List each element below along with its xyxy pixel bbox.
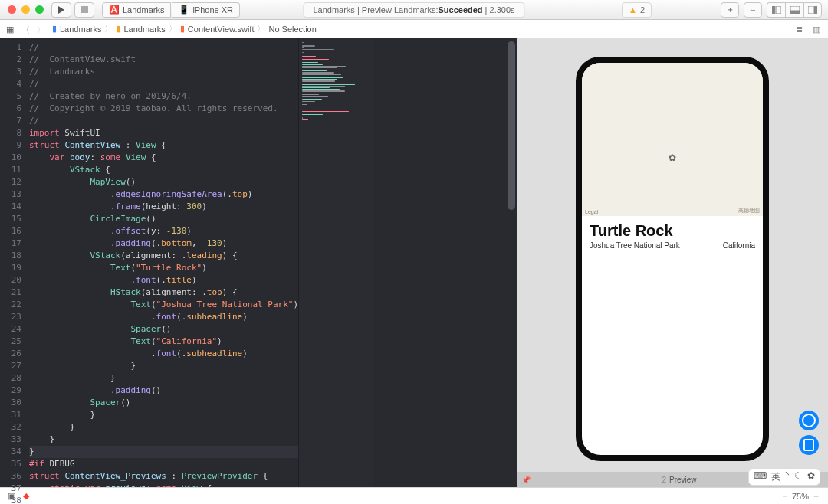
svg-rect-5: [790, 11, 800, 14]
device-icon: 📱: [179, 5, 189, 15]
close-window-icon[interactable]: [8, 5, 16, 14]
scheme-selector[interactable]: 🅰️ Landmarks 📱 iPhone XR: [102, 2, 240, 18]
status-prefix: Landmarks | Preview Landmarks:: [313, 5, 438, 15]
line-gutter: 1234567891011121314151617181920212223242…: [0, 38, 26, 487]
crumb-folder[interactable]: Landmarks: [123, 25, 165, 34]
toolbar: 🅰️ Landmarks 📱 iPhone XR Landmarks | Pre…: [0, 0, 828, 20]
crumb-project[interactable]: Landmarks: [60, 25, 101, 34]
zoom-in-button[interactable]: ＋: [812, 490, 820, 502]
panel-toggle-segment: [767, 2, 822, 18]
map-pin-icon: ✿: [669, 152, 676, 163]
project-icon: ▮: [52, 24, 57, 34]
toggle-inspectors-button[interactable]: [803, 2, 822, 18]
zoom-controls: － 75% ＋: [780, 490, 820, 502]
toggle-debug-area-button[interactable]: [785, 2, 803, 18]
related-items-icon[interactable]: ▦: [6, 25, 15, 34]
crumb-file[interactable]: ContentView.swift: [188, 25, 255, 34]
minimize-window-icon[interactable]: [21, 5, 30, 14]
pin-icon[interactable]: 📌: [521, 476, 531, 484]
bottom-bar: ▣ ◆ － 75% ＋: [0, 487, 828, 504]
preview-content: Turtle Rock Joshua Tree National Park Ca…: [582, 216, 763, 256]
breakpoint-icon[interactable]: ◆: [23, 491, 29, 501]
warning-icon: ▲: [629, 5, 637, 15]
map-view: ✿ Legal 高德地图: [582, 63, 763, 216]
folder-icon: ▮: [116, 24, 120, 34]
preview-tab-badge: 2: [662, 476, 666, 484]
svg-rect-4: [790, 6, 800, 11]
window-traffic-lights: [0, 5, 51, 14]
scrollbar-thumb[interactable]: [508, 41, 515, 210]
minimap[interactable]: [298, 38, 373, 487]
adjust-editor-icon[interactable]: ▥: [813, 25, 822, 34]
svg-rect-7: [814, 6, 817, 14]
editor-options-icon[interactable]: ≣: [796, 25, 805, 34]
issues-indicator[interactable]: ▲ 2: [622, 2, 652, 18]
build-status: Landmarks | Preview Landmarks: Succeeded…: [303, 2, 524, 18]
nav-back-icon[interactable]: 〈: [21, 25, 31, 34]
zoom-level: 75%: [792, 492, 809, 501]
preview-tab-label: Preview: [669, 476, 697, 484]
preview-inspect-button[interactable]: [799, 411, 819, 430]
stop-button[interactable]: [74, 2, 94, 18]
warning-count: 2: [640, 5, 645, 15]
code-area[interactable]: //// ContentView.swift// Landmarks//// C…: [26, 38, 298, 487]
swift-file-icon: ▮: [180, 24, 185, 34]
toolbar-right: ＋ ↔: [721, 2, 822, 18]
breadcrumb[interactable]: ▮ Landmarks 〉 ▮ Landmarks 〉 ▮ ContentVie…: [52, 23, 317, 34]
svg-rect-3: [776, 6, 781, 14]
ime-settings-icon[interactable]: ✿: [807, 470, 815, 483]
scheme-destination-label: iPhone XR: [192, 5, 233, 15]
map-provider-label: 高德地图: [738, 207, 760, 214]
ime-moon-icon[interactable]: ☾: [794, 470, 803, 483]
preview-title: Turtle Rock: [590, 222, 755, 240]
svg-marker-0: [58, 6, 64, 14]
scheme-target-label: Landmarks: [123, 5, 164, 15]
zoom-window-icon[interactable]: [35, 5, 44, 14]
run-button[interactable]: [51, 2, 71, 18]
status-time: 2.300s: [490, 5, 515, 15]
map-legal-label: Legal: [585, 209, 598, 214]
scheme-destination[interactable]: 📱 iPhone XR: [172, 2, 240, 18]
app-icon: 🅰️: [109, 5, 120, 15]
toggle-navigator-button[interactable]: [767, 2, 785, 18]
device-frame: ✿ Legal 高德地图 Turtle Rock Joshua Tree Nat…: [576, 57, 769, 461]
ime-language-label[interactable]: 英: [771, 470, 780, 483]
svg-rect-2: [772, 6, 775, 14]
svg-rect-1: [81, 6, 88, 13]
ime-mode-icon[interactable]: ⸌: [785, 470, 790, 483]
status-state: Succeeded: [438, 5, 482, 15]
preview-subtitle-right: California: [723, 241, 755, 250]
add-button[interactable]: ＋: [721, 2, 739, 18]
system-input-tray: ⌨ 英 ⸌ ☾ ✿: [748, 468, 820, 486]
zoom-out-button[interactable]: －: [780, 490, 789, 502]
crumb-selection[interactable]: No Selection: [268, 25, 316, 34]
svg-rect-6: [808, 6, 813, 14]
preview-subtitle-left: Joshua Tree National Park: [590, 241, 680, 250]
preview-tab[interactable]: 2 Preview: [654, 476, 704, 484]
nav-forward-icon[interactable]: 〉: [37, 25, 46, 34]
scheme-target[interactable]: 🅰️ Landmarks: [102, 2, 171, 18]
ime-indicator-icon[interactable]: ⌨: [754, 470, 767, 483]
main-split: 1234567891011121314151617181920212223242…: [0, 38, 828, 487]
preview-canvas: ✿ Legal 高德地图 Turtle Rock Joshua Tree Nat…: [517, 38, 828, 487]
editor-scrollbar[interactable]: [506, 38, 517, 487]
source-editor[interactable]: 1234567891011121314151617181920212223242…: [0, 38, 517, 487]
preview-duplicate-button[interactable]: [799, 435, 819, 455]
jump-bar: ▦ 〈 〉 ▮ Landmarks 〉 ▮ Landmarks 〉 ▮ Cont…: [0, 20, 828, 38]
code-review-button[interactable]: ↔: [744, 2, 762, 18]
